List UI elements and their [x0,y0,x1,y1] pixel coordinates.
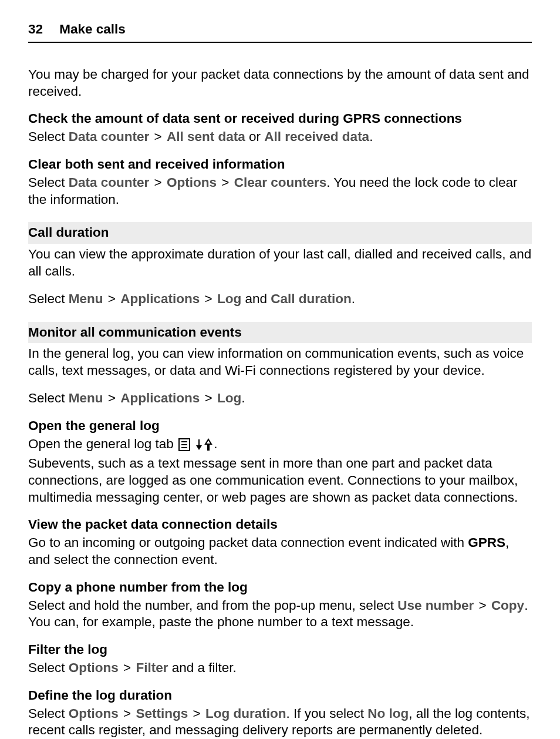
section-monitor: Monitor all communication events [28,322,532,344]
text-prefix: Select [28,706,69,721]
text-period: . [214,436,217,451]
gprs-heading: Check the amount of data sent or receive… [28,110,532,127]
open-log-heading: Open the general log [28,418,532,435]
view-packet-heading: View the packet data connection details [28,516,532,533]
log-tab-icon [178,436,212,453]
subevents-paragraph: Subevents, such as a text message sent i… [28,455,532,506]
text-and: and [241,291,271,306]
gt-separator: > [192,706,202,721]
text-prefix: Select [28,175,69,190]
filter-heading: Filter the log [28,641,532,659]
page-header: 32 Make calls [28,21,532,43]
copy-heading: Copy a phone number from the log [28,579,532,596]
gprs-label: GPRS [468,535,505,550]
gt-separator: > [477,598,487,613]
text-period: . [369,129,373,144]
gt-separator: > [107,291,117,306]
intro-paragraph: You may be charged for your packet data … [28,66,532,100]
gprs-body: Select Data counter > All sent data or A… [28,129,532,146]
gt-separator: > [122,660,132,675]
menu-menu: Menu [69,291,103,306]
copy-body: Select and hold the number, and from the… [28,597,532,631]
text-or: or [245,129,265,144]
menu-options: Options [69,706,119,721]
menu-clear-counters: Clear counters [234,175,327,190]
menu-log: Log [217,391,241,405]
filter-body: Select Options > Filter and a filter. [28,660,532,677]
menu-log: Log [217,291,241,306]
define-body: Select Options > Settings > Log duration… [28,706,532,739]
gprs-section: Check the amount of data sent or receive… [28,110,532,146]
define-heading: Define the log duration [28,687,532,704]
menu-log-duration: Log duration [205,706,286,721]
menu-menu: Menu [69,391,103,405]
view-packet-body: Go to an incoming or outgoing packet dat… [28,535,532,569]
text-prefix: Select [28,391,69,405]
menu-copy: Copy [491,598,524,613]
filter-section: Filter the log Select Options > Filter a… [28,641,532,677]
text-prefix: Go to an incoming or outgoing packet dat… [28,535,468,550]
call-duration-select: Select Menu > Applications > Log and Cal… [28,291,532,308]
gt-separator: > [153,175,163,190]
define-section: Define the log duration Select Options >… [28,687,532,739]
monitor-select: Select Menu > Applications > Log. [28,390,532,407]
menu-data-counter: Data counter [69,129,150,144]
menu-all-sent: All sent data [167,129,245,144]
text-period: . [241,391,245,405]
gt-separator: > [204,391,214,405]
text-prefix: Select [28,660,69,675]
menu-no-log: No log [367,706,409,721]
menu-data-counter: Data counter [69,175,150,190]
menu-options: Options [69,660,119,675]
gt-separator: > [204,291,214,306]
text-before: Open the general log tab [28,436,177,451]
menu-settings: Settings [136,706,188,721]
text-mid: . If you select [286,706,367,721]
text-prefix: Select and hold the number, and from the… [28,598,397,613]
text-prefix: Select [28,129,69,144]
menu-filter: Filter [136,660,168,675]
text-suffix: and a filter. [168,660,236,675]
gt-separator: > [153,129,163,144]
copy-section: Copy a phone number from the log Select … [28,579,532,631]
text-prefix: Select [28,291,69,306]
clear-heading: Clear both sent and received information [28,156,532,173]
open-log-line: Open the general log tab . [28,436,532,453]
section-call-duration: Call duration [28,222,532,244]
call-duration-intro: You can view the approximate duration of… [28,246,532,280]
gt-separator: > [107,391,117,405]
view-packet-section: View the packet data connection details … [28,516,532,568]
clear-section: Clear both sent and received information… [28,156,532,208]
menu-all-received: All received data [264,129,369,144]
list-box-icon [178,438,190,451]
chapter-title: Make calls [59,21,126,38]
monitor-intro: In the general log, you can view informa… [28,345,532,379]
menu-applications: Applications [120,391,200,405]
page-number: 32 [28,21,43,38]
menu-options: Options [167,175,217,190]
gt-separator: > [220,175,230,190]
menu-use-number: Use number [397,598,474,613]
menu-call-duration: Call duration [271,291,352,306]
menu-applications: Applications [120,291,200,306]
clear-body: Select Data counter > Options > Clear co… [28,174,532,209]
text-period: . [352,291,355,306]
down-up-arrows-icon [195,438,212,451]
gt-separator: > [122,706,132,721]
